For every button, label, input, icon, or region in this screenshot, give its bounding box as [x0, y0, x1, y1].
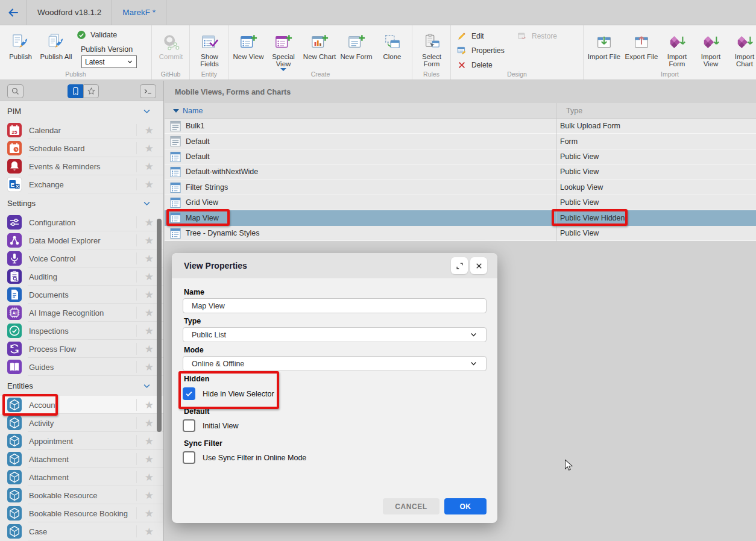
publish-button[interactable]: Publish: [3, 25, 38, 71]
sidebar-section-pim[interactable]: PIM: [0, 101, 163, 121]
delete-button[interactable]: Delete: [457, 60, 493, 70]
favorite-star-icon[interactable]: ★: [145, 290, 154, 300]
sidebar-item[interactable]: Guides ★: [0, 358, 163, 376]
select-form-button[interactable]: Select Form: [414, 25, 449, 71]
favorite-star-icon[interactable]: ★: [145, 527, 154, 537]
back-button[interactable]: [0, 0, 27, 25]
console-button[interactable]: [140, 84, 156, 98]
publish-all-button[interactable]: Publish All: [37, 25, 75, 71]
sidebar-section-settings[interactable]: Settings: [0, 193, 163, 213]
sidebar-item[interactable]: Attachment ★: [0, 468, 163, 486]
mobile-view-toggle[interactable]: [68, 84, 83, 98]
maximize-button[interactable]: [451, 257, 468, 274]
validate-button[interactable]: Validate: [77, 30, 117, 40]
table-row[interactable]: Filter Strings Lookup View: [165, 180, 756, 195]
tab-project[interactable]: MarekF *: [112, 0, 166, 25]
mode-select[interactable]: Online & Offline: [183, 356, 487, 371]
show-fields-button[interactable]: Show Fields: [192, 25, 227, 71]
search-button[interactable]: [7, 84, 24, 98]
sidebar-item[interactable]: E Exchange ★: [0, 175, 163, 193]
favorite-star-icon[interactable]: ★: [145, 308, 154, 318]
section-title: Settings: [7, 199, 36, 208]
favorite-star-icon[interactable]: ★: [145, 490, 154, 501]
tab-woodford[interactable]: Woodford v18.1.2: [27, 0, 112, 25]
sidebar-scrollbar[interactable]: [157, 219, 162, 432]
edit-button[interactable]: Edit: [457, 31, 484, 41]
sidebar-item[interactable]: Documents ★: [0, 286, 163, 304]
sidebar-item[interactable]: Schedule Board ★: [0, 139, 163, 157]
column-header-type[interactable]: Type: [566, 107, 582, 115]
sidebar-item[interactable]: Attachment ★: [0, 450, 163, 468]
sidebar-item[interactable]: Voice Control ★: [0, 249, 163, 267]
import-form-button[interactable]: Import Form: [660, 25, 694, 71]
special-view-button[interactable]: Special View: [266, 25, 301, 71]
import-view-button[interactable]: Import View: [694, 25, 728, 71]
table-row[interactable]: Map View Public View Hidden: [165, 210, 756, 225]
table-row[interactable]: Tree - Dynamic Styles Public View: [165, 226, 756, 241]
sidebar-item[interactable]: Configuration ★: [0, 213, 163, 231]
mode-field-label: Mode: [184, 346, 204, 354]
initial-view-checkbox[interactable]: [183, 419, 195, 432]
new-view-button[interactable]: New View: [231, 25, 266, 71]
sidebar-item[interactable]: Appointment ★: [0, 432, 163, 450]
sidebar-item[interactable]: 25 Calendar ★: [0, 121, 163, 139]
new-form-button[interactable]: New Form: [338, 25, 374, 71]
table-row[interactable]: Bulk1 Bulk Upload Form: [165, 119, 756, 134]
favorite-star-icon[interactable]: ★: [145, 508, 154, 519]
favorite-star-icon[interactable]: ★: [145, 454, 154, 464]
favorite-star-icon[interactable]: ★: [145, 272, 154, 282]
sidebar-item[interactable]: Inspections ★: [0, 322, 163, 340]
favorite-star-icon[interactable]: ★: [145, 436, 154, 446]
sidebar: PIM 25 Calendar ★ Schedule Board ★ Event…: [0, 81, 164, 541]
table-row[interactable]: Default-withNextWide Public View: [165, 164, 756, 180]
sidebar-item-label: Voice Control: [29, 254, 75, 263]
favorites-toggle[interactable]: [83, 84, 99, 98]
new-chart-button[interactable]: New Chart: [301, 25, 338, 71]
favorite-star-icon[interactable]: ★: [145, 362, 154, 372]
favorite-star-icon[interactable]: ★: [145, 236, 154, 246]
favorite-star-icon[interactable]: ★: [145, 180, 154, 190]
favorite-star-icon[interactable]: ★: [145, 125, 154, 136]
favorite-star-icon[interactable]: ★: [145, 344, 154, 354]
favorite-star-icon[interactable]: ★: [145, 418, 154, 428]
sidebar-item[interactable]: Auditing ★: [0, 267, 163, 286]
sidebar-item[interactable]: Bookable Resource ★: [0, 486, 163, 504]
type-select[interactable]: Public List: [183, 327, 487, 342]
sidebar-item[interactable]: Events & Reminders ★: [0, 157, 163, 175]
favorite-star-icon[interactable]: ★: [145, 326, 154, 336]
sidebar-item[interactable]: Case ★: [0, 522, 163, 540]
column-header-name[interactable]: Name: [173, 107, 203, 115]
favorite-star-icon[interactable]: ★: [145, 143, 154, 154]
ok-button[interactable]: OK: [444, 498, 487, 514]
table-row[interactable]: Default Form: [165, 134, 756, 149]
sidebar-item[interactable]: Bookable Resource Booking ★: [0, 504, 163, 522]
table-row[interactable]: Grid View Public View: [165, 195, 756, 210]
sidebar-item[interactable]: Process Flow ★: [0, 340, 163, 358]
sync-filter-checkbox[interactable]: [183, 451, 195, 464]
favorite-star-icon[interactable]: ★: [145, 400, 154, 410]
favorite-star-icon[interactable]: ★: [145, 217, 154, 228]
table-row[interactable]: Default Public View: [165, 149, 756, 164]
favorite-star-icon[interactable]: ★: [145, 254, 154, 264]
import-file-button[interactable]: Import File: [585, 25, 623, 71]
clone-button[interactable]: Clone: [376, 25, 409, 71]
name-header-label: Name: [183, 107, 203, 115]
favorite-star-icon[interactable]: ★: [145, 472, 154, 483]
properties-button[interactable]: Properties: [457, 46, 505, 55]
publish-version-select[interactable]: Latest: [81, 55, 137, 68]
favorite-star-icon[interactable]: ★: [145, 161, 154, 172]
cancel-button[interactable]: CANCEL: [383, 498, 439, 514]
sidebar-item[interactable]: AI AI Image Recognition ★: [0, 304, 163, 322]
close-button[interactable]: [470, 257, 487, 274]
sidebar-section-entities[interactable]: Entities: [0, 376, 163, 396]
import-chart-button[interactable]: Import Chart: [728, 25, 756, 71]
initial-view-label: Initial View: [203, 422, 239, 430]
data-model-icon: [7, 233, 22, 248]
configuration-icon: [7, 215, 22, 230]
exchange-icon: E: [7, 177, 22, 192]
divider: [136, 507, 137, 519]
sidebar-item[interactable]: Activity ★: [0, 414, 163, 432]
name-input[interactable]: Map View: [183, 298, 487, 313]
export-file-button[interactable]: Export File: [623, 25, 660, 71]
sidebar-item[interactable]: Data Model Explorer ★: [0, 231, 163, 249]
